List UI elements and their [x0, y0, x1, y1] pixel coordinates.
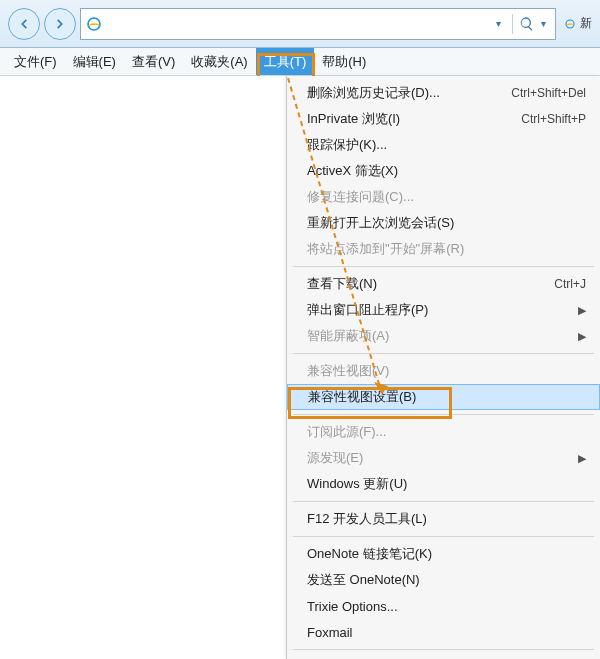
menu-item-3[interactable]: 收藏夹(A) — [183, 48, 255, 75]
tools-menu-item[interactable]: Windows 更新(U) — [287, 471, 600, 497]
tab-strip[interactable]: 新 — [560, 8, 592, 40]
address-input[interactable] — [109, 16, 490, 31]
menu-item-label: 兼容性视图设置(B) — [308, 388, 585, 406]
separator — [512, 14, 513, 34]
menu-item-label: 兼容性视图(V) — [307, 362, 586, 380]
tab-label: 新 — [580, 15, 592, 32]
tools-menu-item[interactable]: F12 开发人员工具(L) — [287, 506, 600, 532]
tools-menu-item[interactable]: 删除浏览历史记录(D)...Ctrl+Shift+Del — [287, 80, 600, 106]
ie-logo-icon — [85, 15, 103, 33]
menu-item-4[interactable]: 工具(T) — [256, 48, 315, 75]
tools-menu-item: 修复连接问题(C)... — [287, 184, 600, 210]
browser-menubar: 文件(F)编辑(E)查看(V)收藏夹(A)工具(T)帮助(H) — [0, 48, 600, 76]
arrow-right-icon — [53, 17, 67, 31]
tools-menu-item[interactable]: 发送至 OneNote(N) — [287, 567, 600, 593]
menu-item-label: Windows 更新(U) — [307, 475, 586, 493]
menu-item-5[interactable]: 帮助(H) — [314, 48, 374, 75]
menu-item-label: F12 开发人员工具(L) — [307, 510, 586, 528]
menu-separator — [293, 501, 594, 502]
browser-navbar: ▾ ▾ 新 — [0, 0, 600, 48]
menu-item-shortcut: Ctrl+J — [554, 277, 586, 291]
menu-item-shortcut: Ctrl+Shift+Del — [511, 86, 586, 100]
tools-menu-item: 将站点添加到"开始"屏幕(R) — [287, 236, 600, 262]
tools-menu-item[interactable]: Internet 选项(O) — [287, 654, 600, 659]
forward-button[interactable] — [44, 8, 76, 40]
menu-item-label: InPrivate 浏览(I) — [307, 110, 501, 128]
tools-menu-item[interactable]: 重新打开上次浏览会话(S) — [287, 210, 600, 236]
tools-menu-item[interactable]: 弹出窗口阻止程序(P)▶ — [287, 297, 600, 323]
tools-menu-item[interactable]: 查看下载(N)Ctrl+J — [287, 271, 600, 297]
search-icon[interactable] — [519, 16, 535, 32]
menu-item-label: ActiveX 筛选(X) — [307, 162, 586, 180]
menu-item-label: 查看下载(N) — [307, 275, 534, 293]
menu-item-label: 重新打开上次浏览会话(S) — [307, 214, 586, 232]
submenu-arrow-icon: ▶ — [578, 304, 586, 317]
address-bar: ▾ ▾ — [80, 8, 556, 40]
menu-separator — [293, 266, 594, 267]
submenu-arrow-icon: ▶ — [578, 452, 586, 465]
arrow-left-icon — [17, 17, 31, 31]
menu-item-label: Foxmail — [307, 625, 586, 640]
menu-separator — [293, 353, 594, 354]
menu-item-label: 源发现(E) — [307, 449, 558, 467]
menu-item-2[interactable]: 查看(V) — [124, 48, 183, 75]
menu-item-1[interactable]: 编辑(E) — [65, 48, 124, 75]
tools-menu-item: 订阅此源(F)... — [287, 419, 600, 445]
tools-menu-item[interactable]: OneNote 链接笔记(K) — [287, 541, 600, 567]
menu-item-label: 修复连接问题(C)... — [307, 188, 586, 206]
menu-item-label: 智能屏蔽项(A) — [307, 327, 558, 345]
menu-item-label: 弹出窗口阻止程序(P) — [307, 301, 558, 319]
back-button[interactable] — [8, 8, 40, 40]
menu-item-label: 将站点添加到"开始"屏幕(R) — [307, 240, 586, 258]
tools-menu-item[interactable]: 兼容性视图设置(B) — [287, 384, 600, 410]
search-dropdown-icon[interactable]: ▾ — [541, 18, 551, 29]
menu-item-label: 订阅此源(F)... — [307, 423, 586, 441]
menu-item-label: 发送至 OneNote(N) — [307, 571, 586, 589]
tools-menu-item: 兼容性视图(V) — [287, 358, 600, 384]
menu-separator — [293, 536, 594, 537]
address-dropdown-icon[interactable]: ▾ — [496, 18, 506, 29]
submenu-arrow-icon: ▶ — [578, 330, 586, 343]
ie-logo-icon — [564, 15, 576, 33]
browser-content-area: 删除浏览历史记录(D)...Ctrl+Shift+DelInPrivate 浏览… — [0, 76, 600, 659]
menu-item-label: 删除浏览历史记录(D)... — [307, 84, 491, 102]
tools-menu-item[interactable]: InPrivate 浏览(I)Ctrl+Shift+P — [287, 106, 600, 132]
menu-item-label: OneNote 链接笔记(K) — [307, 545, 586, 563]
tools-menu-item[interactable]: Trixie Options... — [287, 593, 600, 619]
menu-item-label: Trixie Options... — [307, 599, 586, 614]
tools-menu-item: 源发现(E)▶ — [287, 445, 600, 471]
tools-menu-item: 智能屏蔽项(A)▶ — [287, 323, 600, 349]
menu-separator — [293, 414, 594, 415]
tools-menu-item[interactable]: 跟踪保护(K)... — [287, 132, 600, 158]
menu-item-label: 跟踪保护(K)... — [307, 136, 586, 154]
menu-separator — [293, 649, 594, 650]
tools-menu-item[interactable]: ActiveX 筛选(X) — [287, 158, 600, 184]
tools-dropdown-menu: 删除浏览历史记录(D)...Ctrl+Shift+DelInPrivate 浏览… — [286, 76, 600, 659]
menu-item-shortcut: Ctrl+Shift+P — [521, 112, 586, 126]
menu-item-0[interactable]: 文件(F) — [6, 48, 65, 75]
tools-menu-item[interactable]: Foxmail — [287, 619, 600, 645]
